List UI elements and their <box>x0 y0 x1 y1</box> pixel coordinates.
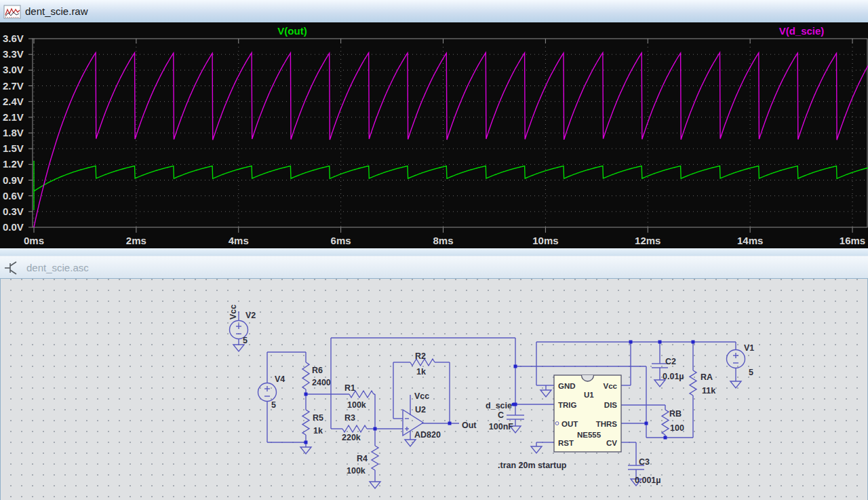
schematic-label-pin-thrs[interactable]: THRS <box>596 420 618 428</box>
y-tick-label: 1.5V <box>3 142 24 154</box>
schematic-label-v1-name[interactable]: V1 <box>744 343 754 353</box>
legend-v-out[interactable]: V(out) <box>277 25 307 37</box>
schematic-label-v1-value[interactable]: 5 <box>749 368 753 377</box>
schematic-label-v2-value[interactable]: 5 <box>243 336 248 345</box>
schematic-label-c2-name[interactable]: C2 <box>665 357 676 366</box>
schematic-label-u1-value[interactable]: NE555 <box>577 431 601 439</box>
y-tick-label: 1.2V <box>3 158 24 170</box>
junction-dot <box>658 341 662 344</box>
junction-dot <box>645 422 648 425</box>
schematic-label-u2-value[interactable]: AD820 <box>414 430 441 440</box>
resistor-symbol <box>690 370 696 396</box>
schematic-label-c-value[interactable]: 100nF <box>489 422 513 431</box>
x-tick-label: 16ms <box>840 235 865 246</box>
schematic-label-pin-rst[interactable]: RST <box>558 439 574 447</box>
schematic-label-r3-value[interactable]: 220k <box>342 433 361 442</box>
trace-v-out[interactable] <box>34 161 868 210</box>
x-tick-label: 4ms <box>229 235 249 246</box>
junction-dot <box>304 393 308 396</box>
schematic-label-rb-value[interactable]: 100 <box>670 423 684 433</box>
junction-dot <box>304 441 308 444</box>
legend-v-d-scie[interactable]: V(d_scie) <box>779 25 825 37</box>
schematic-label-r4-name[interactable]: R4 <box>357 454 368 463</box>
trace-v-d-scie[interactable] <box>34 53 868 227</box>
schematic-label-v2-name[interactable]: V2 <box>245 311 256 320</box>
schematic-label-pin-gnd[interactable]: GND <box>558 382 576 390</box>
schematic-label-opamp-vcc[interactable]: Vcc <box>414 391 429 401</box>
schematic-label-v4-value[interactable]: 5 <box>271 400 276 410</box>
schematic-label-pin-trig[interactable]: TRIG <box>558 401 577 409</box>
junction-dot <box>374 427 377 431</box>
schematic-label-ra-name[interactable]: RA <box>701 372 713 382</box>
resistor-symbol <box>342 425 367 432</box>
schematic-label-c2-value[interactable]: 0.01µ <box>663 372 684 381</box>
pane-divider[interactable] <box>0 248 868 256</box>
schematic-label-r4-value[interactable]: 100k <box>347 466 366 476</box>
x-tick-label: 0ms <box>24 235 44 246</box>
ground-symbol <box>300 447 311 454</box>
x-tick-label: 8ms <box>433 235 454 246</box>
schematic-label-u1-name[interactable]: U1 <box>584 391 594 399</box>
schematic-label-r2-name[interactable]: R2 <box>415 351 426 361</box>
ground-symbol <box>405 440 416 446</box>
schematic-label-dscie-label[interactable]: d_scie <box>486 401 512 410</box>
schematic-label-rb-name[interactable]: RB <box>669 409 682 419</box>
net-label-anchor-dot <box>511 402 515 406</box>
ground-symbol <box>531 446 542 453</box>
schematic-label-r2-value[interactable]: 1k <box>416 367 426 377</box>
schematic-canvas: VccV25V45R62400R51kR1100kR3220kR4100kR21… <box>0 278 868 500</box>
resistor-symbol <box>302 410 309 435</box>
schematic-title: dent_scie.asc <box>26 262 89 273</box>
schematic-label-v4-name[interactable]: V4 <box>275 374 285 384</box>
junction-dot <box>514 365 517 368</box>
schematic-titlebar[interactable]: dent_scie.asc <box>0 256 868 279</box>
waveform-titlebar[interactable]: dent_scie.raw <box>0 0 868 22</box>
waveform-plot[interactable]: 3.6V3.3V3.0V2.7V2.4V2.1V1.8V1.5V1.2V0.9V… <box>0 22 868 248</box>
schematic-label-r5-name[interactable]: R5 <box>313 413 323 423</box>
schematic-label-pin-vcc[interactable]: Vcc <box>604 382 618 390</box>
schematic-label-r6-value[interactable]: 2400 <box>312 378 331 387</box>
y-tick-label: 2.7V <box>3 80 24 92</box>
x-tick-label: 12ms <box>635 235 660 246</box>
ground-symbol <box>370 482 380 488</box>
y-tick-label: 3.6V <box>3 33 24 44</box>
schematic-label-u2-name[interactable]: U2 <box>415 405 426 415</box>
schematic-label-c3-name[interactable]: C3 <box>639 457 650 467</box>
schematic-label-r1-value[interactable]: 100k <box>347 400 366 410</box>
schematic-label-r5-value[interactable]: 1k <box>313 426 323 436</box>
x-tick-label: 10ms <box>532 235 558 246</box>
schematic-label-out-label[interactable]: Out <box>462 421 477 430</box>
schematic-label-vcc-flag[interactable]: Vcc <box>229 305 238 320</box>
junction-dot <box>448 422 452 425</box>
y-tick-label: 1.8V <box>3 127 24 138</box>
schematic-label-pin-out[interactable]: OUT <box>561 420 578 428</box>
resistor-symbol <box>302 362 309 389</box>
voltage-source-symbol <box>727 350 745 368</box>
waveform-file-icon <box>3 3 21 20</box>
schematic-label-r3-name[interactable]: R3 <box>344 413 355 423</box>
schematic-label-ra-value[interactable]: 11k <box>702 386 715 396</box>
x-tick-label: 6ms <box>331 235 351 246</box>
schematic-label-pin-cv[interactable]: CV <box>606 439 617 447</box>
y-tick-label: 3.3V <box>3 48 24 60</box>
y-tick-label: 0.3V <box>3 206 24 217</box>
y-tick-label: 0.9V <box>3 174 24 186</box>
schematic-label-pin-dis[interactable]: DIS <box>604 401 618 409</box>
schematic-label-c-name[interactable]: C <box>498 410 504 420</box>
schematic-wires <box>230 311 745 488</box>
voltage-source-symbol <box>258 383 277 402</box>
schematic-label-c3-value[interactable]: 0.001µ <box>635 476 660 485</box>
resistor-symbol <box>662 410 669 435</box>
schematic-drawing[interactable]: VccV25V45R62400R51kR1100kR3220kR4100kR21… <box>1 279 867 500</box>
y-tick-label: 3.0V <box>3 64 24 75</box>
waveform-title: dent_scie.raw <box>25 5 88 17</box>
schematic-label-tran-directive[interactable]: .tran 20m startup <box>498 461 567 470</box>
ground-symbol <box>233 345 244 351</box>
junction-dot <box>664 436 667 440</box>
y-tick-label: 0.6V <box>3 190 24 201</box>
junction-dot <box>629 341 633 344</box>
schematic-label-r1-name[interactable]: R1 <box>344 383 355 393</box>
resistor-symbol <box>372 446 378 470</box>
x-tick-label: 14ms <box>737 235 763 246</box>
schematic-label-r6-name[interactable]: R6 <box>312 366 323 375</box>
